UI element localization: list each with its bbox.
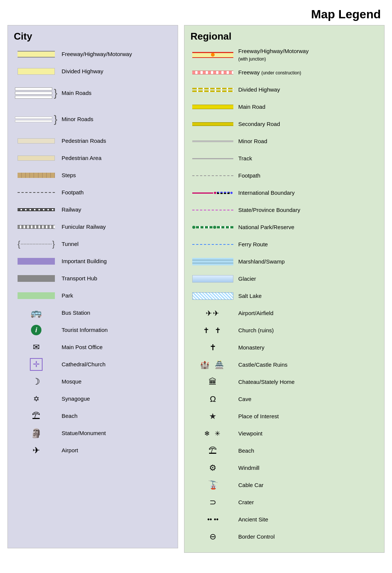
r-divided-hwy-label: Divided Highway (235, 86, 280, 93)
r-monastery-symbol: ✝ (190, 343, 235, 352)
r-secondary-road-label: Secondary Road (235, 120, 280, 128)
transport-hub-label: Transport Hub (59, 275, 97, 282)
list-item: ⊖ Border Control (190, 530, 378, 543)
r-cave-icon: Ω (210, 394, 216, 404)
list-item: ⚙ Windmill (190, 461, 378, 475)
list-item: Ω Cave (190, 392, 378, 406)
list-item: Footpath (14, 186, 172, 199)
list-item: Steps (14, 169, 172, 182)
tourist-info-label: Tourist Information (59, 326, 108, 334)
r-marshland-label: Marshland/Swamp (235, 258, 284, 265)
r-beach-label: Beach (235, 447, 254, 455)
tunnel-symbol: { } (14, 239, 59, 249)
list-item: ☽ Mosque (14, 375, 172, 388)
list-item: 🏰 🏯 Castle/Castle Ruins (190, 358, 378, 372)
park-label: Park (59, 292, 73, 299)
list-item: 🚡 Cable Car (190, 478, 378, 492)
list-item: Secondary Road (190, 117, 378, 131)
r-chateau-label: Chateau/Stately Home (235, 378, 295, 386)
r-ancient-symbol: •• •• (190, 516, 235, 524)
list-item: ✈✈ Airport/Airfield (190, 306, 378, 320)
list-item: ❄ ✳ Viewpoint (190, 427, 378, 440)
steps-symbol (14, 173, 59, 178)
list-item: 🏛 Chateau/Stately Home (190, 375, 378, 389)
regional-section-title: Regional (190, 31, 378, 42)
r-ancient-label: Ancient Site (235, 516, 268, 523)
list-item: Pedestrian Area (14, 151, 172, 165)
r-minor-road-symbol (190, 141, 235, 142)
r-church-symbol: ✝ ✝ (190, 326, 235, 335)
r-intl-boundary-label: International Boundary (235, 189, 295, 197)
list-item: Divided Highway (14, 65, 172, 78)
list-item: ⊃ Crater (190, 496, 378, 509)
tourist-info-symbol: i (14, 325, 59, 335)
bus-icon: 🚌 (31, 308, 42, 318)
r-track-symbol (190, 158, 235, 159)
r-castle-symbol: 🏰 🏯 (190, 360, 235, 369)
airport-icon: ✈ (32, 445, 40, 456)
r-windmill-label: Windmill (235, 464, 259, 472)
r-border-icon: ⊖ (209, 532, 216, 542)
divided-hwy-symbol (14, 68, 59, 75)
pedestrian-roads-label: Pedestrian Roads (59, 137, 106, 145)
list-item: Footpath (190, 169, 378, 182)
mosque-label: Mosque (59, 378, 81, 385)
list-item: 🚌 Bus Station (14, 306, 172, 320)
r-windmill-symbol: ⚙ (190, 463, 235, 473)
list-item: Funicular Railway (14, 220, 172, 234)
crescent-icon: ☽ (32, 376, 40, 387)
list-item: Important Building (14, 255, 172, 268)
list-item: ⛱ Beach (14, 409, 172, 423)
r-monastery-label: Monastery (235, 344, 264, 351)
r-main-road-symbol (190, 105, 235, 109)
statue-icon: 🗿 (31, 428, 42, 438)
important-building-label: Important Building (59, 258, 107, 265)
r-chateau-symbol: 🏛 (190, 377, 235, 387)
r-airport-symbol: ✈✈ (190, 309, 235, 318)
r-castle-icon: 🏰 🏯 (200, 360, 225, 369)
r-national-park-label: National Park/Reserve (235, 224, 294, 231)
list-item: Marshland/Swamp (190, 255, 378, 268)
list-item: State/Province Boundary (190, 203, 378, 217)
footpath-label: Footpath (59, 189, 84, 196)
list-item: ✝ ✝ Church (ruins) (190, 324, 378, 337)
list-item: Freeway/Highway/Motorway (14, 47, 172, 61)
r-monastery-icon: ✝ (209, 343, 216, 352)
tunnel-label: Tunnel (59, 240, 78, 248)
r-saltlake-symbol (190, 292, 235, 300)
statue-symbol: 🗿 (14, 428, 59, 438)
r-crater-icon: ⊃ (209, 497, 216, 507)
r-main-road-label: Main Road (235, 103, 265, 111)
list-item: ✝ Monastery (190, 341, 378, 354)
regional-panel: Regional Freeway/Highway/Motorway(with j… (184, 25, 385, 553)
r-border-symbol: ⊖ (190, 532, 235, 542)
r-state-boundary-label: State/Province Boundary (235, 206, 300, 214)
minor-roads-label: Minor Roads (59, 115, 93, 123)
list-item: •• •• Ancient Site (190, 513, 378, 526)
list-item: Salt Lake (190, 289, 378, 303)
r-glacier-label: Glacier (235, 275, 256, 283)
r-cave-label: Cave (235, 395, 251, 403)
city-panel: City Freeway/Highway/Motorway Divided Hi… (7, 25, 178, 548)
list-item: ⛱ Beach (190, 444, 378, 458)
r-crater-symbol: ⊃ (190, 497, 235, 507)
transport-hub-symbol (14, 275, 59, 282)
footpath-symbol (14, 192, 59, 193)
r-intl-boundary-symbol (190, 192, 235, 194)
city-section-title: City (14, 31, 172, 42)
synagogue-symbol: ✡ (14, 394, 59, 403)
list-item: Pedestrian Roads (14, 134, 172, 148)
list-item: ✡ Synagogue (14, 392, 172, 406)
airport-label: Airport (59, 447, 78, 454)
r-beach-symbol: ⛱ (190, 446, 235, 456)
r-track-label: Track (235, 155, 252, 162)
r-viewpoint-symbol: ❄ ✳ (190, 429, 235, 438)
statue-label: Statue/Monument (59, 429, 106, 437)
list-item: Freeway (under construction) (190, 66, 378, 79)
r-chateau-icon: 🏛 (209, 377, 217, 387)
star-of-david-icon: ✡ (33, 394, 40, 403)
list-item: Minor Road (190, 135, 378, 148)
r-airport-label: Airport/Airfield (235, 309, 273, 317)
funicular-symbol (14, 225, 59, 229)
park-symbol (14, 292, 59, 299)
